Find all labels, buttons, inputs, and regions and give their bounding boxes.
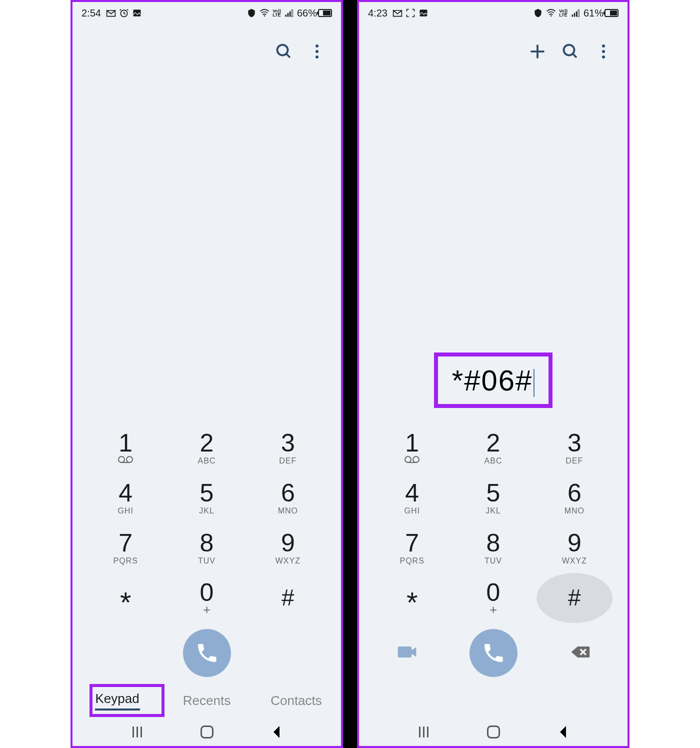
nav-recent-apps[interactable] (415, 723, 433, 741)
keypad: 1 2ABC 3DEF 4GHI 5JKL 6MNO 7PQRS 8TUV 9W… (72, 423, 341, 623)
svg-point-2 (264, 16, 266, 17)
key-7[interactable]: 7PQRS (374, 523, 450, 573)
key-star[interactable]: * (88, 573, 164, 623)
signal-icon (284, 8, 294, 18)
svg-rect-15 (574, 13, 576, 17)
more-options-icon[interactable] (308, 42, 326, 60)
phone-right: 4:23 Vo))LTE 61% *#06# 1 2ABC 3DEF 4GH (359, 2, 628, 746)
key-6[interactable]: 6MNO (536, 473, 612, 523)
status-right: Vo))LTE 61% (533, 8, 618, 19)
svg-point-22 (405, 456, 411, 462)
svg-point-23 (413, 456, 419, 462)
svg-rect-6 (292, 10, 293, 16)
dialed-number-highlight: *#06# (434, 352, 553, 408)
status-bar: 4:23 Vo))LTE 61% (359, 2, 628, 24)
svg-point-10 (126, 456, 132, 462)
key-5[interactable]: 5JKL (455, 473, 531, 523)
key-0[interactable]: 0+ (168, 573, 244, 623)
crop-icon (406, 8, 416, 18)
dialed-number[interactable]: *#06# (452, 364, 533, 396)
status-left: 2:54 (82, 8, 142, 19)
text-cursor (534, 369, 534, 397)
blank-edge-left (0, 0, 70, 748)
status-time: 2:54 (82, 8, 101, 19)
add-icon[interactable] (528, 42, 546, 60)
more-options-icon[interactable] (594, 42, 612, 60)
key-star[interactable]: * (374, 573, 450, 623)
svg-line-8 (286, 54, 290, 58)
search-icon[interactable] (562, 42, 580, 60)
svg-rect-4 (288, 13, 289, 17)
tab-contacts[interactable]: Contacts (252, 693, 341, 708)
svg-point-7 (278, 45, 288, 56)
svg-point-9 (118, 456, 124, 462)
toolbar (359, 24, 628, 79)
nav-recent-apps[interactable] (128, 723, 146, 741)
key-4[interactable]: 4GHI (374, 473, 450, 523)
key-8[interactable]: 8TUV (168, 523, 244, 573)
status-left: 4:23 (368, 8, 428, 19)
key-3[interactable]: 3DEF (536, 423, 612, 473)
voicemail-icon (404, 456, 420, 466)
svg-point-13 (550, 16, 552, 17)
image-icon (418, 8, 428, 18)
keypad: 1 2ABC 3DEF 4GHI 5JKL 6MNO 7PQRS 8TUV 9W… (359, 423, 628, 623)
nav-back[interactable] (268, 723, 286, 741)
dial-display-area (72, 79, 341, 423)
key-2[interactable]: 2ABC (455, 423, 531, 473)
battery-percent: 61% (584, 8, 604, 19)
search-icon[interactable] (275, 42, 293, 60)
nav-home[interactable] (198, 723, 216, 741)
svg-point-20 (564, 45, 574, 56)
security-icon (533, 8, 543, 18)
gmail-icon (106, 8, 116, 18)
action-row (359, 623, 628, 683)
call-button[interactable] (470, 629, 518, 677)
battery-percent: 66% (297, 8, 317, 19)
status-bar: 2:54 Vo))LTE 66% (72, 2, 341, 24)
svg-rect-16 (576, 12, 578, 17)
nav-home[interactable] (484, 723, 502, 741)
status-time: 4:23 (368, 8, 388, 19)
key-9[interactable]: 9WXYZ (250, 523, 326, 573)
key-2[interactable]: 2ABC (168, 423, 244, 473)
svg-line-21 (573, 54, 577, 58)
key-hash[interactable]: # (250, 573, 326, 623)
screenshot-left-border: 2:54 Vo))LTE 66% 1 2ABC 3DEF 4GHI 5JKL 6… (70, 0, 343, 748)
toolbar (72, 24, 341, 79)
tabs-placeholder (359, 683, 628, 718)
key-3[interactable]: 3DEF (250, 423, 326, 473)
signal-icon (570, 8, 580, 18)
dial-display-area: *#06# (359, 79, 628, 423)
nav-back[interactable] (554, 723, 572, 741)
battery-icon (318, 9, 332, 17)
key-7[interactable]: 7PQRS (88, 523, 164, 573)
svg-rect-14 (572, 14, 573, 16)
key-1[interactable]: 1 (374, 423, 450, 473)
wifi-icon (260, 8, 270, 18)
svg-rect-17 (578, 10, 580, 16)
key-6[interactable]: 6MNO (250, 473, 326, 523)
screenshot-right-border: 4:23 Vo))LTE 61% *#06# 1 2ABC 3DEF 4GH (357, 0, 630, 748)
action-row (72, 623, 341, 683)
status-right: Vo))LTE 66% (246, 8, 332, 19)
svg-rect-12 (420, 10, 427, 16)
security-icon (246, 8, 256, 18)
tab-recents[interactable]: Recents (162, 693, 252, 708)
battery-indicator: 66% (297, 8, 332, 19)
center-divider (343, 0, 357, 748)
key-8[interactable]: 8TUV (455, 523, 531, 573)
backspace-button[interactable] (568, 641, 590, 665)
battery-indicator: 61% (584, 8, 618, 19)
svg-rect-5 (290, 12, 291, 17)
video-call-button[interactable] (396, 641, 418, 665)
key-hash[interactable]: # (536, 573, 612, 623)
key-9[interactable]: 9WXYZ (536, 523, 612, 573)
key-4[interactable]: 4GHI (88, 473, 164, 523)
call-button[interactable] (183, 629, 231, 677)
alarm-icon (119, 8, 129, 18)
key-0[interactable]: 0+ (455, 573, 531, 623)
battery-icon (604, 9, 618, 17)
key-5[interactable]: 5JKL (168, 473, 244, 523)
key-1[interactable]: 1 (88, 423, 164, 473)
